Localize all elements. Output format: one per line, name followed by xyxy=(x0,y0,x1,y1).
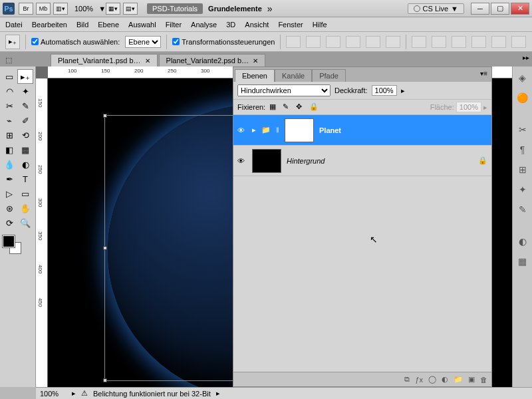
align-hcenter-button[interactable] xyxy=(366,36,380,48)
layer-thumbnail[interactable] xyxy=(252,149,281,173)
menu-filter[interactable]: Filter xyxy=(166,21,182,29)
transform-handle[interactable] xyxy=(103,114,107,118)
visibility-icon[interactable]: 👁 xyxy=(237,126,247,134)
transform-handle[interactable] xyxy=(103,246,107,250)
workspace-switcher[interactable]: PSD-Tutorials xyxy=(147,3,203,14)
view-extras-button[interactable]: ▦▾ xyxy=(106,3,120,15)
distribute-button[interactable] xyxy=(432,36,446,48)
layer-name[interactable]: Hintergrund xyxy=(287,157,325,165)
screen-mode-button[interactable]: ▥▾ xyxy=(53,3,68,15)
tool-dodge[interactable]: ◐ xyxy=(17,157,33,172)
tool-eraser[interactable]: ◧ xyxy=(1,142,17,157)
opacity-value[interactable]: 100% xyxy=(372,85,397,96)
menu-ebene[interactable]: Ebene xyxy=(98,21,119,29)
transform-handle[interactable] xyxy=(103,378,107,382)
dock-navigator-icon[interactable]: ✂ xyxy=(515,122,530,137)
minimize-button[interactable]: ─ xyxy=(471,3,489,15)
panel-menu-icon[interactable]: ▾≡ xyxy=(480,70,487,77)
adjustment-layer-icon[interactable]: ◐ xyxy=(442,375,448,384)
workspace-name[interactable]: Grundelemente xyxy=(208,5,262,13)
close-tab-icon[interactable]: ✕ xyxy=(145,57,150,65)
menu-fenster[interactable]: Fenster xyxy=(278,21,303,29)
transform-controls-checkbox[interactable]: Transformationssteuerungen xyxy=(172,38,275,46)
tool-gradient[interactable]: ▦ xyxy=(17,142,33,157)
visibility-icon[interactable]: 👁 xyxy=(237,157,247,165)
distribute-button[interactable] xyxy=(412,36,426,48)
layers-list[interactable]: 👁 ▸ 📁 ⦀ Planet 👁 Hintergrund 🔒 xyxy=(233,115,491,372)
menu-3d[interactable]: 3D xyxy=(226,21,235,29)
tool-move[interactable]: ▸₊ xyxy=(17,69,33,84)
tool-crop[interactable]: ✂ xyxy=(1,98,17,113)
tool-history[interactable]: ⟲ xyxy=(17,128,33,142)
auto-select-target[interactable]: Ebene xyxy=(125,36,161,48)
layer-name[interactable]: Planet xyxy=(319,126,341,134)
tool-brush[interactable]: ✐ xyxy=(17,113,33,128)
layer-row[interactable]: 👁 ▸ 📁 ⦀ Planet xyxy=(233,115,491,146)
mask-link-icon[interactable]: ⦀ xyxy=(276,126,279,134)
expand-icon[interactable]: ▸ xyxy=(252,126,256,134)
align-right-button[interactable] xyxy=(386,36,400,48)
bridge-button[interactable]: Br xyxy=(19,3,33,15)
maximize-button[interactable]: ▢ xyxy=(491,3,509,15)
arrange-docs-button[interactable]: ▤▾ xyxy=(123,3,138,15)
menu-analyse[interactable]: Analyse xyxy=(191,21,217,29)
layer-row[interactable]: 👁 Hintergrund 🔒 xyxy=(233,146,491,176)
document-tab[interactable]: Planet_Variante1.psd b…✕ xyxy=(51,54,158,66)
foreground-color[interactable] xyxy=(3,235,15,247)
dock-styles-icon[interactable]: ⊞ xyxy=(515,162,530,177)
lock-pixels-icon[interactable]: ✎ xyxy=(283,102,292,112)
distribute-button[interactable] xyxy=(511,36,526,48)
dock-color-icon[interactable]: 🟠 xyxy=(515,90,530,105)
tab-overflow-icon[interactable]: ▸▸ xyxy=(523,54,529,61)
dock-layers-icon[interactable]: ◈ xyxy=(515,70,530,85)
auto-select-checkbox[interactable]: Automatisch auswählen: xyxy=(31,38,120,46)
lock-position-icon[interactable]: ✥ xyxy=(296,102,305,112)
minibridge-button[interactable]: Mb xyxy=(36,3,51,15)
chevron-down-icon[interactable]: ▼ xyxy=(98,5,106,13)
lock-transparency-icon[interactable]: ▦ xyxy=(269,102,279,112)
tool-marquee[interactable]: ▭ xyxy=(1,69,17,84)
document-tab[interactable]: Planet_Variante2.psd b…✕ xyxy=(159,54,266,66)
distribute-button[interactable] xyxy=(491,36,506,48)
tool-path[interactable]: ▷ xyxy=(1,186,17,201)
menu-bild[interactable]: Bild xyxy=(76,21,88,29)
layer-mask-icon[interactable]: ◯ xyxy=(428,375,436,384)
dock-info-icon[interactable]: ✦ xyxy=(515,182,530,197)
link-layers-icon[interactable]: ⧉ xyxy=(404,375,410,384)
tab-pfade[interactable]: Pfade xyxy=(312,69,346,82)
close-button[interactable]: ✕ xyxy=(511,3,529,15)
menu-ansicht[interactable]: Ansicht xyxy=(245,21,269,29)
status-zoom[interactable]: 100% xyxy=(40,390,66,398)
tool-hand[interactable]: ✋ xyxy=(17,201,33,215)
align-left-button[interactable] xyxy=(346,36,360,48)
align-bottom-button[interactable] xyxy=(326,36,340,48)
new-layer-icon[interactable]: ▣ xyxy=(468,375,475,384)
dock-adjustments-icon[interactable]: ◐ xyxy=(515,234,530,249)
layer-mask-thumbnail[interactable] xyxy=(285,118,314,142)
move-tool-icon[interactable]: ▸₊ xyxy=(5,35,20,49)
menu-hilfe[interactable]: Hilfe xyxy=(313,21,327,29)
layer-fx-icon[interactable]: ƒx xyxy=(415,376,423,384)
dock-character-icon[interactable]: ¶ xyxy=(515,142,530,157)
menu-datei[interactable]: Datei xyxy=(5,21,23,29)
new-group-icon[interactable]: 📁 xyxy=(454,375,463,384)
blend-mode-select[interactable]: Hindurchwirken xyxy=(237,84,331,96)
align-top-button[interactable] xyxy=(286,36,301,48)
cs-live-button[interactable]: CS Live▼ xyxy=(408,3,464,14)
tool-blur[interactable]: 💧 xyxy=(1,157,17,172)
tool-zoom[interactable]: 🔍 xyxy=(17,215,33,230)
zoom-level[interactable]: 100% xyxy=(74,5,93,13)
tool-shape[interactable]: ▭ xyxy=(17,186,33,201)
align-vcenter-button[interactable] xyxy=(306,36,321,48)
tool-3d[interactable]: ⊛ xyxy=(1,201,17,215)
dock-brush-icon[interactable]: ✎ xyxy=(515,202,530,217)
tab-ebenen[interactable]: Ebenen xyxy=(235,69,275,82)
home-icon[interactable]: ⬚ xyxy=(5,56,19,66)
tool-eyedropper[interactable]: ✎ xyxy=(17,98,33,113)
menu-bearbeiten[interactable]: Bearbeiten xyxy=(32,21,67,29)
lock-all-icon[interactable]: 🔒 xyxy=(309,102,319,112)
tool-wand[interactable]: ✦ xyxy=(17,84,33,98)
menu-auswahl[interactable]: Auswahl xyxy=(128,21,156,29)
distribute-button[interactable] xyxy=(452,36,466,48)
color-swatches[interactable] xyxy=(1,234,34,254)
